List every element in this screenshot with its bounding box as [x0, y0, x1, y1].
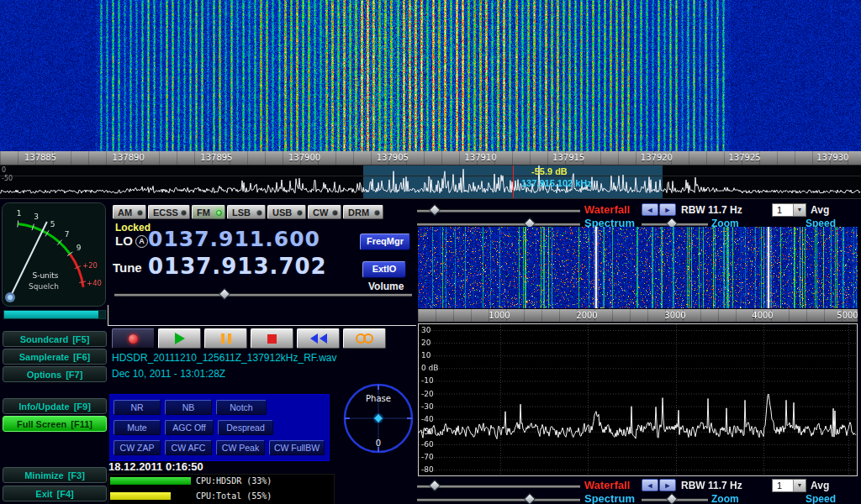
slider-track[interactable] — [417, 223, 580, 226]
pause-button[interactable] — [204, 328, 247, 349]
dropdown-arrow-icon[interactable]: ▼ — [793, 480, 806, 491]
avg-select[interactable]: 1 ▼ — [772, 203, 806, 217]
smeter-tick-label: 1 — [17, 209, 22, 218]
display-controls-bottom: Waterfall ◄ ► RBW 11.7 Hz 1 ▼ Avg Spectr… — [415, 479, 861, 504]
tune-frequency-display[interactable]: 0137.913.702 — [148, 254, 327, 279]
options-button[interactable]: Options[F7] — [3, 366, 107, 382]
avg-select[interactable]: 1 ▼ — [772, 479, 806, 492]
freqmgr-button[interactable]: FreqMgr — [360, 234, 410, 250]
smeter-squelch-label: Squelch — [29, 282, 59, 291]
db-axis-label: -20 — [421, 390, 434, 398]
phase-label: Phase — [366, 394, 391, 403]
cw-zap-button[interactable]: CW ZAP — [114, 440, 161, 455]
rewind-icon — [320, 333, 327, 344]
slider-track[interactable] — [417, 485, 580, 488]
button-label: Minimize — [24, 470, 63, 480]
extio-button[interactable]: ExtIO — [362, 261, 406, 278]
freq-scale-label: 137915 — [552, 153, 584, 162]
brightness-slider[interactable] — [417, 204, 580, 215]
spectrum-label[interactable]: Spectrum — [584, 492, 635, 504]
button-label: Exit — [35, 489, 52, 499]
cpu-total-bar — [110, 492, 171, 500]
stop-icon — [267, 334, 277, 344]
mute-button[interactable]: Mute — [114, 420, 161, 435]
zoom-in-button[interactable]: ► — [659, 203, 676, 216]
freq-scale-label: 137920 — [641, 153, 673, 162]
soundcard-button[interactable]: Soundcard[F5] — [3, 331, 107, 347]
audio-spectrum-canvas[interactable] — [419, 324, 857, 475]
slider-track[interactable] — [114, 293, 412, 297]
zoom-out-button[interactable]: ◄ — [642, 479, 658, 491]
minimize-button[interactable]: Minimize[F3] — [3, 467, 107, 483]
contrast-slider[interactable] — [417, 493, 580, 504]
notch-button[interactable]: Notch — [216, 400, 267, 415]
squelch-level-bar[interactable] — [3, 310, 106, 319]
playback-file-date: Dec 10, 2011 - 13:01:28Z — [112, 368, 225, 380]
play-button[interactable] — [158, 328, 201, 349]
cpu-hdsdr-label: CPU:HDSDR (33%) — [196, 476, 272, 486]
zoom-in-button[interactable]: ► — [659, 479, 676, 491]
cpu-meter: CPU:HDSDR (33%) CPU:Total (55%) — [108, 474, 335, 504]
volume-slider[interactable] — [114, 288, 412, 299]
freq-scale-label: 137895 — [200, 153, 232, 162]
waterfall-label[interactable]: Waterfall — [584, 203, 630, 216]
exit-button[interactable]: Exit[F4] — [3, 486, 107, 501]
zoom-in-icon: ► — [664, 481, 672, 490]
main-waterfall-display[interactable] — [0, 0, 861, 151]
slider-thumb[interactable] — [219, 288, 230, 300]
waterfall-label[interactable]: Waterfall — [584, 479, 630, 491]
cw-fullbw-button[interactable]: CW FullBW — [269, 440, 325, 455]
mode-button-ecss[interactable]: ECSS — [148, 205, 190, 219]
slider-thumb[interactable] — [666, 493, 678, 504]
mode-button-lsb[interactable]: LSB — [227, 205, 266, 219]
zoom-out-button[interactable]: ◄ — [642, 203, 658, 216]
despread-button[interactable]: Despread — [218, 420, 273, 435]
zoom-slider[interactable] — [642, 493, 708, 504]
rewind-button[interactable] — [297, 328, 340, 349]
stop-button[interactable] — [251, 328, 293, 349]
mode-button-fm[interactable]: FM — [192, 205, 225, 219]
overview-spectrum-canvas[interactable] — [0, 165, 861, 198]
audio-waterfall-display[interactable] — [418, 227, 858, 308]
frequency-scale[interactable]: 1378851378901378951379001379051379101379… — [0, 151, 861, 165]
smeter-tick-label-red: +20 — [82, 261, 98, 270]
tune-label: Tune — [113, 260, 142, 275]
agc-button[interactable]: AGC Off — [165, 420, 214, 435]
lo-frequency-display[interactable]: 0137.911.600 — [148, 227, 320, 251]
smeter-tick-label: 3 — [34, 213, 39, 221]
slider-track[interactable] — [417, 209, 580, 213]
cw-peak-button[interactable]: CW Peak — [216, 440, 265, 455]
cw-afc-button[interactable]: CW AFC — [165, 440, 212, 455]
samplerate-button[interactable]: Samplerate[F6] — [3, 349, 107, 365]
hotkey-label: [F4] — [57, 489, 74, 499]
lo-sync-badge-icon[interactable]: A — [135, 235, 148, 248]
mode-led-icon — [256, 210, 262, 216]
audio-scale-label: 4000 — [752, 311, 773, 320]
spectrum-overview[interactable]: -55.9 dB 137.915.102 kHz 0 -50 — [0, 165, 861, 198]
nr-button[interactable]: NR — [114, 400, 161, 415]
mode-button-drm[interactable]: DRM — [343, 205, 383, 219]
info-update-button[interactable]: Info/Update[F9] — [3, 398, 107, 414]
avg-label: Avg — [811, 480, 829, 491]
rbw-label: RBW 11.7 Hz — [681, 480, 742, 491]
phase-scope: Phase 0 — [340, 380, 417, 457]
mode-label: LSB — [232, 207, 251, 218]
record-button[interactable] — [112, 328, 155, 349]
audio-spectrum-display[interactable]: 3020100 dB-10-20-30-40-50-60-70-80 — [418, 323, 858, 476]
slider-thumb[interactable] — [429, 204, 441, 216]
slider-thumb[interactable] — [524, 493, 536, 504]
loop-icon — [363, 333, 373, 344]
mode-button-cw[interactable]: CW — [308, 205, 341, 219]
playback-file-name: HDSDR_20111210_125611Z_137912kHz_RF.wav — [112, 352, 337, 364]
nb-button[interactable]: NB — [165, 400, 212, 415]
fullscreen-button[interactable]: Full Screen[F11] — [3, 416, 107, 432]
mode-button-am[interactable]: AM — [113, 205, 146, 219]
button-label: Soundcard — [20, 334, 68, 344]
slider-track[interactable] — [417, 498, 580, 501]
dropdown-arrow-icon[interactable]: ▼ — [793, 204, 806, 216]
audio-frequency-scale[interactable]: 10002000300040005000 — [418, 309, 858, 322]
mode-button-usb[interactable]: USB — [267, 205, 306, 219]
loop-button[interactable] — [343, 328, 386, 349]
slider-thumb[interactable] — [429, 480, 441, 491]
brightness-slider[interactable] — [417, 480, 580, 491]
